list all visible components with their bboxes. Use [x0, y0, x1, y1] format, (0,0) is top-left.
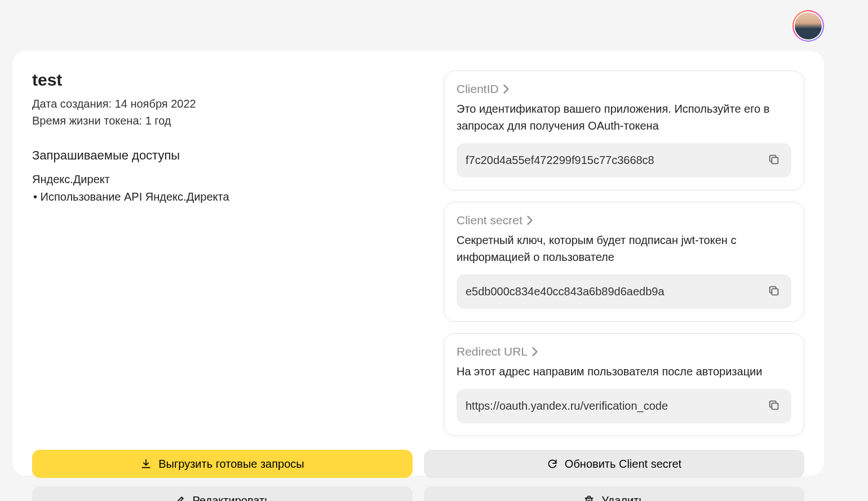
client-id-value-row: f7c20d4a55ef472299f915c77c3668c8: [457, 143, 791, 178]
download-icon: [140, 458, 152, 469]
export-button-label: Выгрузить готовые запросы: [158, 458, 304, 471]
client-id-desc: Это идентификатор вашего приложения. Исп…: [457, 100, 791, 134]
app-info-column: test Дата создания: 14 ноября 2022 Время…: [32, 70, 418, 436]
refresh-button-label: Обновить Client secret: [565, 458, 681, 471]
service-name: Яндекс.Директ: [32, 173, 418, 186]
edit-button-label: Редактировать: [192, 494, 270, 502]
client-id-value[interactable]: f7c20d4a55ef472299f915c77c3668c8: [466, 154, 765, 167]
credentials-column: ClientID Это идентификатор вашего прилож…: [444, 70, 804, 436]
client-secret-header[interactable]: Client secret: [457, 214, 791, 227]
token-lifetime: Время жизни токена: 1 год: [32, 112, 418, 129]
redirect-url-value[interactable]: https://oauth.yandex.ru/verification_cod…: [466, 400, 765, 413]
client-secret-value-row: e5db000c834e40cc843a6b89d6aedb9a: [457, 274, 791, 309]
app-name: test: [32, 70, 418, 90]
redirect-url-title: Redirect URL: [457, 345, 528, 358]
actions-row: Выгрузить готовые запросы Редактировать …: [32, 450, 804, 501]
client-secret-value[interactable]: e5db000c834e40cc843a6b89d6aedb9a: [466, 285, 765, 298]
redirect-url-value-row: https://oauth.yandex.ru/verification_cod…: [457, 389, 791, 423]
client-secret-desc: Секретный ключ, которым будет подписан j…: [457, 232, 791, 265]
chevron-right-icon: [527, 216, 533, 225]
client-id-header[interactable]: ClientID: [457, 82, 791, 96]
refresh-secret-button[interactable]: Обновить Client secret: [424, 450, 804, 478]
copy-icon: [768, 285, 780, 297]
client-secret-block: Client secret Секретный ключ, которым бу…: [444, 202, 804, 322]
copy-client-secret-button[interactable]: [765, 282, 782, 301]
svg-rect-1: [772, 289, 778, 295]
client-secret-title: Client secret: [457, 214, 522, 227]
app-card: test Дата создания: 14 ноября 2022 Время…: [12, 51, 824, 476]
permission-label: Использование API Яндекс.Директа: [41, 190, 229, 203]
redirect-url-header[interactable]: Redirect URL: [457, 345, 791, 358]
delete-button[interactable]: Удалить: [424, 486, 804, 501]
svg-rect-2: [772, 403, 778, 409]
export-requests-button[interactable]: Выгрузить готовые запросы: [32, 450, 413, 478]
copy-icon: [768, 153, 780, 166]
redirect-url-desc: На этот адрес направим пользователя посл…: [457, 363, 791, 380]
client-id-block: ClientID Это идентификатор вашего прилож…: [444, 70, 804, 190]
copy-client-id-button[interactable]: [765, 151, 782, 170]
user-avatar[interactable]: [792, 10, 824, 42]
copy-redirect-url-button[interactable]: [765, 397, 782, 415]
copy-icon: [768, 399, 780, 411]
refresh-icon: [547, 458, 558, 469]
chevron-right-icon: [532, 347, 538, 356]
redirect-url-block: Redirect URL На этот адрес направим поль…: [444, 333, 804, 436]
permissions-title: Запрашиваемые доступы: [32, 148, 418, 163]
pencil-icon: [174, 495, 185, 501]
trash-icon: [583, 495, 595, 501]
chevron-right-icon: [503, 85, 509, 94]
svg-rect-0: [772, 157, 778, 163]
permission-item: • Использование API Яндекс.Директа: [33, 190, 418, 203]
created-date: Дата создания: 14 ноября 2022: [32, 95, 418, 112]
client-id-title: ClientID: [457, 82, 499, 96]
delete-button-label: Удалить: [601, 494, 644, 502]
edit-button[interactable]: Редактировать: [32, 486, 413, 501]
